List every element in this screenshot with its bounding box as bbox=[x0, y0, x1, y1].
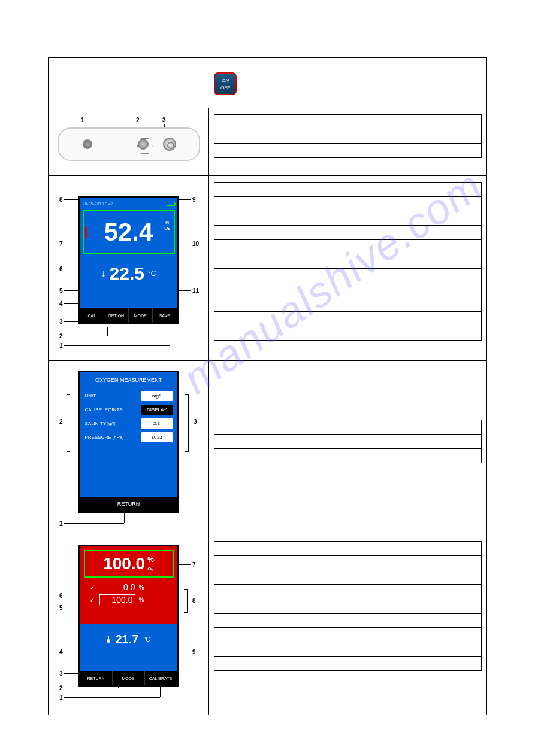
unit-o2: O₂ bbox=[164, 226, 170, 231]
temperature-row: ↓ 22.5 °C bbox=[80, 256, 177, 292]
option-row: UNIT mg/l bbox=[80, 389, 177, 403]
cal-point-value: 100.0 bbox=[99, 594, 135, 605]
callout-4: 4 bbox=[59, 300, 63, 307]
callout-8: 8 bbox=[59, 196, 63, 203]
callout-5: 5 bbox=[59, 287, 63, 294]
mode-button[interactable]: MODE bbox=[129, 308, 153, 323]
screen-b-legend-table bbox=[214, 420, 482, 463]
table-row bbox=[214, 312, 482, 326]
calibration-area: 100.0 %O₂ ✓ 0.0 % ✓ 100.0 % bbox=[80, 546, 177, 624]
table-row bbox=[214, 657, 482, 671]
row-screen-c: 6 5 4 3 2 1 7 8 9 100.0 bbox=[49, 535, 486, 715]
callout-line bbox=[124, 512, 125, 523]
oxygen-value: 52.4 bbox=[104, 218, 153, 247]
status-bar: 28-05-2013 3:47 bbox=[80, 198, 177, 209]
table-row bbox=[214, 420, 482, 435]
on-label: ON bbox=[222, 78, 229, 83]
option-value[interactable]: mg/l bbox=[141, 391, 173, 401]
bnc-connector-icon bbox=[163, 138, 176, 151]
table-row bbox=[214, 542, 482, 556]
option-value[interactable]: DISPLAY bbox=[141, 405, 173, 415]
callout-3: 3 bbox=[59, 670, 63, 677]
bracket-icon bbox=[67, 394, 70, 452]
thermometer-icon bbox=[107, 636, 110, 643]
callout-3: 3 bbox=[162, 117, 166, 123]
callout-3: 3 bbox=[194, 418, 197, 425]
cal-unit: %O₂ bbox=[147, 555, 154, 572]
table-row bbox=[214, 585, 482, 599]
calibration-screen: 100.0 %O₂ ✓ 0.0 % ✓ 100.0 % bbox=[78, 545, 179, 687]
table-row bbox=[214, 642, 482, 657]
table-row bbox=[214, 449, 482, 463]
screen-c-table-cell bbox=[209, 535, 486, 715]
option-value[interactable]: 2.8 bbox=[141, 418, 173, 429]
callout-line bbox=[179, 290, 191, 291]
datetime-label: 28-05-2013 3:47 bbox=[83, 202, 113, 206]
temperature-value: 22.5 bbox=[110, 263, 144, 284]
return-button[interactable]: RETURN bbox=[80, 671, 113, 685]
callout-7: 7 bbox=[59, 241, 63, 247]
screen-b-cell: 2 3 1 OXYGEN MEASUREMENT UNIT mg/l CALIB… bbox=[49, 361, 209, 535]
calibration-main-value: 100.0 %O₂ bbox=[84, 550, 174, 578]
option-label: PRESSURE [hPa] bbox=[85, 435, 139, 440]
callout-line bbox=[64, 244, 80, 244]
row-screen-b: 2 3 1 OXYGEN MEASUREMENT UNIT mg/l CALIB… bbox=[49, 361, 486, 535]
check-icon: ✓ bbox=[90, 584, 96, 591]
callout-11: 11 bbox=[192, 287, 199, 294]
cal-value: 100.0 bbox=[103, 554, 145, 573]
battery-icon bbox=[167, 202, 175, 206]
option-button[interactable]: OPTION bbox=[104, 308, 129, 323]
option-label: UNIT bbox=[85, 393, 139, 399]
calibrate-button[interactable]: CALIBRATE bbox=[145, 671, 177, 685]
callout-9: 9 bbox=[192, 196, 196, 203]
screen-a-legend-table bbox=[214, 182, 482, 341]
table-row bbox=[214, 435, 482, 449]
callout-line bbox=[64, 345, 170, 346]
cal-point-unit: % bbox=[139, 584, 144, 591]
callout-2: 2 bbox=[136, 117, 140, 123]
temperature-row: 21.7 °C bbox=[80, 624, 177, 654]
callout-8: 8 bbox=[192, 597, 196, 604]
callout-line bbox=[170, 327, 170, 345]
table-row bbox=[214, 570, 482, 585]
header-row: ON OFF bbox=[49, 58, 486, 108]
hex-connector-icon bbox=[138, 139, 149, 150]
table-row bbox=[214, 269, 482, 283]
screen-c-cell: 6 5 4 3 2 1 7 8 9 100.0 bbox=[49, 535, 209, 715]
table-row bbox=[214, 628, 482, 642]
screen-a-table-cell bbox=[209, 176, 486, 360]
callout-1: 1 bbox=[59, 520, 63, 527]
main-value-frame: 52.4 % O₂ bbox=[83, 210, 175, 254]
separator-line bbox=[220, 84, 231, 84]
temperature-unit: °C bbox=[143, 636, 150, 643]
option-label: SALINITY [g/l] bbox=[85, 421, 139, 426]
table-row bbox=[214, 556, 482, 570]
down-arrow-icon: ↓ bbox=[101, 268, 106, 279]
callout-line bbox=[179, 199, 191, 200]
check-icon: ✓ bbox=[90, 597, 96, 603]
callout-line bbox=[107, 327, 108, 336]
cal-button[interactable]: CAL bbox=[80, 308, 105, 323]
table-row bbox=[214, 254, 482, 269]
screen-a-cell: 8 7 6 5 4 3 2 1 9 10 11 bbox=[49, 176, 209, 360]
callout-3: 3 bbox=[59, 318, 63, 325]
screen-b-table-cell bbox=[209, 361, 486, 535]
mode-button[interactable]: MODE bbox=[113, 671, 145, 685]
save-button[interactable]: SAVE bbox=[153, 308, 177, 323]
connectors-table-cell bbox=[209, 108, 486, 175]
cal-point-unit: % bbox=[139, 597, 144, 603]
table-row bbox=[214, 115, 482, 129]
on-off-button[interactable]: ON OFF bbox=[214, 72, 237, 95]
option-row: PRESSURE [hPa] 1013 bbox=[80, 430, 177, 444]
connector-housing bbox=[58, 127, 200, 161]
table-row bbox=[214, 326, 482, 341]
temperature-value: 21.7 bbox=[115, 633, 138, 646]
callout-1: 1 bbox=[59, 694, 63, 701]
bracket-icon bbox=[184, 589, 188, 613]
callout-9: 9 bbox=[192, 649, 196, 655]
option-value[interactable]: 1013 bbox=[141, 432, 173, 442]
return-button[interactable]: RETURN bbox=[80, 497, 177, 511]
table-row bbox=[214, 129, 482, 144]
jack-connector-icon bbox=[83, 139, 92, 149]
table-row bbox=[214, 240, 482, 254]
